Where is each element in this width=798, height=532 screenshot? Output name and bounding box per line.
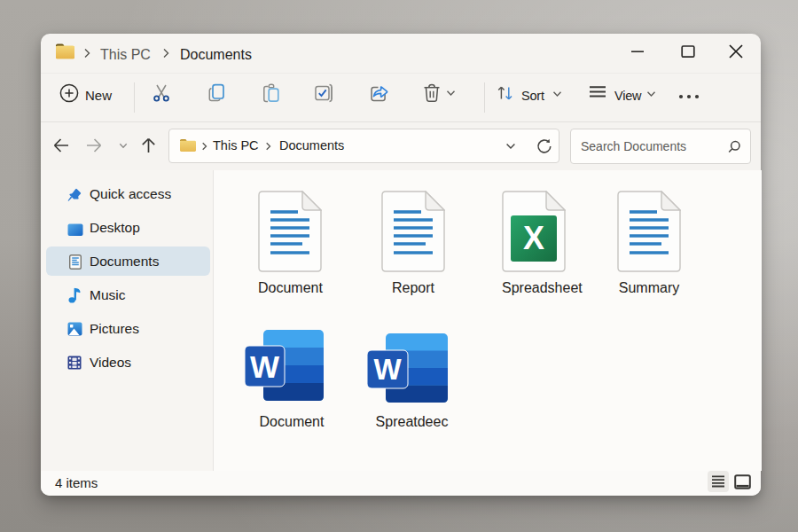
- svg-text:W: W: [373, 353, 402, 386]
- svg-text:W: W: [250, 349, 279, 384]
- svg-text:X: X: [523, 220, 544, 256]
